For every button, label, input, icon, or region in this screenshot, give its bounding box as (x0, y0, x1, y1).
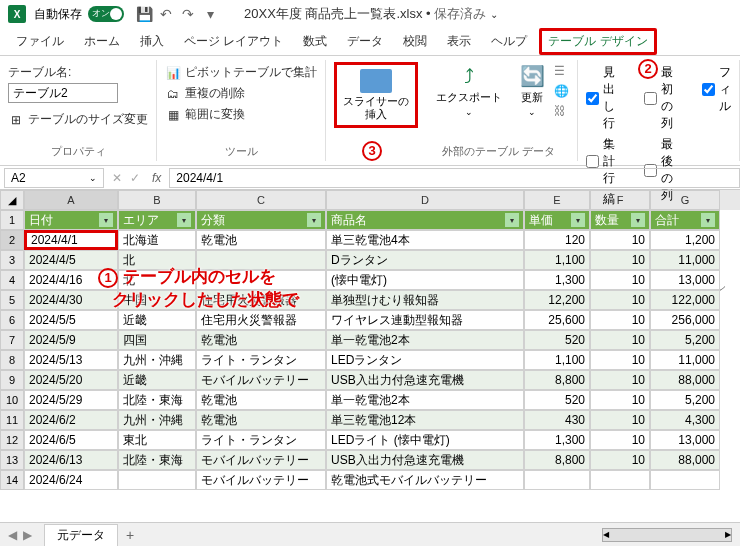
cell[interactable]: 10 (590, 430, 650, 450)
cell[interactable]: 2024/4/30 (24, 290, 118, 310)
cell[interactable]: 住宅用火災警報器 (196, 290, 326, 310)
cell[interactable]: 12,200 (524, 290, 590, 310)
cell[interactable]: ライト・ランタン (196, 430, 326, 450)
cell[interactable]: 2024/6/2 (24, 410, 118, 430)
cell[interactable]: 住宅用火災警報器 (196, 310, 326, 330)
row-label[interactable]: 10 (0, 390, 24, 410)
col-header-B[interactable]: B (118, 190, 196, 210)
cell[interactable]: (懐中電灯) (326, 270, 524, 290)
col-header-G[interactable]: G (650, 190, 720, 210)
row-label[interactable]: 6 (0, 310, 24, 330)
col-header-C[interactable]: C (196, 190, 326, 210)
refresh-button[interactable]: 🔄 更新 ⌄ (510, 62, 554, 119)
row-label[interactable]: 12 (0, 430, 24, 450)
open-browser-icon[interactable]: 🌐 (554, 84, 569, 98)
first-col-checkbox[interactable]: 最初の列 (644, 62, 682, 134)
tab-page-layout[interactable]: ページ レイアウト (176, 29, 291, 54)
tab-review[interactable]: 校閲 (395, 29, 435, 54)
cell[interactable]: LEDランタン (326, 350, 524, 370)
cell[interactable]: 430 (524, 410, 590, 430)
cell[interactable]: 2024/6/24 (24, 470, 118, 490)
cell[interactable]: 4,300 (650, 410, 720, 430)
fx-icon[interactable]: fx (152, 171, 161, 185)
redo-icon[interactable]: ↷ (180, 6, 196, 22)
col-header-F[interactable]: F (590, 190, 650, 210)
filter-dropdown-icon[interactable]: ▾ (307, 213, 321, 227)
filter-dropdown-icon[interactable]: ▾ (99, 213, 113, 227)
cell[interactable]: 520 (524, 390, 590, 410)
cell[interactable]: 2024/5/20 (24, 370, 118, 390)
undo-icon[interactable]: ↶ (158, 6, 174, 22)
autosave-toggle[interactable]: オン (88, 6, 124, 22)
row-label[interactable]: 14 (0, 470, 24, 490)
row-label[interactable]: 11 (0, 410, 24, 430)
cell[interactable]: LEDライト (懐中電灯) (326, 430, 524, 450)
tab-view[interactable]: 表示 (439, 29, 479, 54)
cell[interactable]: 10 (590, 330, 650, 350)
cell[interactable]: 近畿 (118, 370, 196, 390)
tab-formulas[interactable]: 数式 (295, 29, 335, 54)
tab-home[interactable]: ホーム (76, 29, 128, 54)
cell[interactable] (196, 250, 326, 270)
insert-slicer-button[interactable]: スライサーの 挿入 (334, 62, 418, 128)
row-label[interactable]: 2 (0, 230, 24, 250)
row-label[interactable]: 13 (0, 450, 24, 470)
sheet-tab[interactable]: 元データ (44, 524, 118, 546)
unlink-icon[interactable]: ⛓ (554, 104, 569, 118)
row-label-1[interactable]: 1 (0, 210, 24, 230)
cell[interactable]: 122,000 (650, 290, 720, 310)
cell[interactable]: 520 (524, 330, 590, 350)
row-label[interactable]: 9 (0, 370, 24, 390)
cell[interactable]: 88,000 (650, 370, 720, 390)
qat-dropdown-icon[interactable]: ▾ (202, 6, 218, 22)
remove-duplicates-button[interactable]: 🗂重複の削除 (165, 83, 317, 104)
sheet-nav[interactable]: ◀▶ (8, 528, 32, 542)
cell[interactable]: ワイヤレス連動型報知器 (326, 310, 524, 330)
cell[interactable]: モバイルバッテリー (196, 370, 326, 390)
tab-file[interactable]: ファイル (8, 29, 72, 54)
cell[interactable]: 120 (524, 230, 590, 250)
select-all-cell[interactable]: ◢ (0, 190, 24, 210)
filter-dropdown-icon[interactable]: ▾ (571, 213, 585, 227)
tab-table-design[interactable]: テーブル デザイン (539, 28, 656, 55)
table-header[interactable]: 日付▾ (24, 210, 118, 230)
cell[interactable]: 13,000 (650, 430, 720, 450)
cell[interactable]: 1,300 (524, 270, 590, 290)
table-header[interactable]: 単価▾ (524, 210, 590, 230)
properties-icon[interactable]: ☰ (554, 64, 569, 78)
cell[interactable]: 88,000 (650, 450, 720, 470)
cell[interactable]: 中国 (118, 290, 196, 310)
filter-dropdown-icon[interactable]: ▾ (177, 213, 191, 227)
row-label[interactable]: 7 (0, 330, 24, 350)
pivot-summarize-button[interactable]: 📊ピボットテーブルで集計 (165, 62, 317, 83)
save-icon[interactable]: 💾 (136, 6, 152, 22)
cell[interactable]: 11,000 (650, 250, 720, 270)
add-sheet-button[interactable]: + (126, 527, 134, 543)
cell[interactable]: 11,000 (650, 350, 720, 370)
cell[interactable]: 10 (590, 450, 650, 470)
table-header[interactable]: 数量▾ (590, 210, 650, 230)
cell[interactable]: 2024/4/5 (24, 250, 118, 270)
cell[interactable]: 8,800 (524, 450, 590, 470)
cell[interactable] (196, 270, 326, 290)
cell[interactable]: 2024/4/1 (24, 230, 118, 250)
cell[interactable]: 2024/5/13 (24, 350, 118, 370)
filter-dropdown-icon[interactable]: ▾ (505, 213, 519, 227)
cell[interactable] (524, 470, 590, 490)
cell[interactable]: 2024/6/5 (24, 430, 118, 450)
cell[interactable]: 九州・沖縄 (118, 410, 196, 430)
cell[interactable]: 単独型けむり報知器 (326, 290, 524, 310)
cell[interactable]: 単一乾電池2本 (326, 390, 524, 410)
resize-table-button[interactable]: ⊞ テーブルのサイズ変更 (8, 109, 148, 130)
cell[interactable]: 北 (118, 270, 196, 290)
cell[interactable] (590, 470, 650, 490)
filter-dropdown-icon[interactable]: ▾ (701, 213, 715, 227)
cell[interactable]: 10 (590, 230, 650, 250)
table-name-input[interactable] (8, 83, 118, 103)
col-header-D[interactable]: D (326, 190, 524, 210)
cell[interactable]: 10 (590, 270, 650, 290)
cell[interactable]: 10 (590, 390, 650, 410)
cell[interactable]: モバイルバッテリー (196, 470, 326, 490)
row-label[interactable]: 8 (0, 350, 24, 370)
cell[interactable]: 10 (590, 410, 650, 430)
